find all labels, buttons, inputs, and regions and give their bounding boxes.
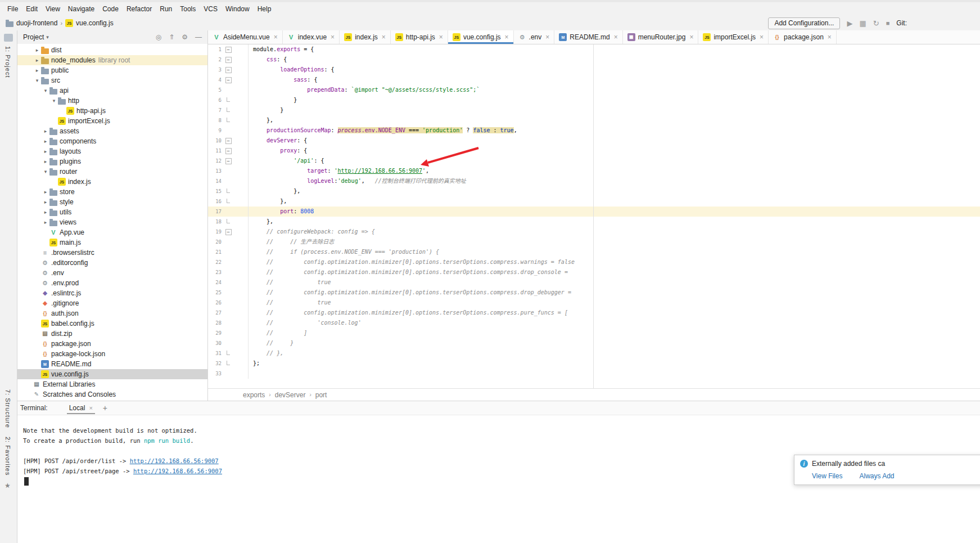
line-number[interactable]: 30 <box>209 338 222 348</box>
line-number[interactable]: 1 <box>209 44 222 55</box>
line-number[interactable]: 9 <box>209 125 222 136</box>
tree-item[interactable]: {}package.json <box>17 339 207 349</box>
tree-item[interactable]: JSindex.js <box>17 177 207 187</box>
chevron-expanded-icon[interactable]: ▾ <box>50 98 58 104</box>
hide-panel-icon[interactable]: — <box>195 33 202 41</box>
line-number[interactable]: 20 <box>209 237 222 247</box>
tool-button-favorites[interactable]: 2: Favorites <box>4 437 11 475</box>
close-icon[interactable]: × <box>331 33 335 41</box>
tree-item[interactable]: ⚙.editorconfig <box>17 258 207 268</box>
chevron-collapsed-icon[interactable]: ▸ <box>42 128 49 134</box>
tree-item[interactable]: ▸views <box>17 217 207 227</box>
close-icon[interactable]: × <box>439 33 443 41</box>
line-number[interactable]: 16 <box>209 196 222 207</box>
close-icon[interactable]: × <box>274 33 278 41</box>
chevron-collapsed-icon[interactable]: ▸ <box>33 47 41 53</box>
code-line[interactable]: 8 }, <box>208 115 980 125</box>
fold-collapse-icon[interactable] <box>222 55 235 65</box>
fold-end-icon[interactable] <box>222 196 235 207</box>
line-number[interactable]: 4 <box>209 75 222 85</box>
fold-end-icon[interactable] <box>222 105 235 115</box>
code-line[interactable]: 22 // config.optimization.minimizer[0].o… <box>208 257 980 267</box>
fold-collapse-icon[interactable] <box>222 136 235 146</box>
close-icon[interactable]: × <box>89 405 92 411</box>
line-number[interactable]: 19 <box>209 227 222 237</box>
chevron-collapsed-icon[interactable]: ▸ <box>33 57 41 63</box>
line-number[interactable]: 25 <box>209 288 222 298</box>
fold-end-icon[interactable] <box>222 358 235 369</box>
editor-tab[interactable]: JSimportExcel.js× <box>698 30 769 44</box>
tree-item[interactable]: ▸layouts <box>17 146 207 156</box>
tree-item[interactable]: JSvue.config.js <box>17 369 207 379</box>
code-line[interactable]: 10 devServer: { <box>208 136 980 146</box>
line-number[interactable]: 24 <box>209 277 222 288</box>
terminal-tab-local[interactable]: Local × <box>67 402 95 414</box>
code-line[interactable]: 9 productionSourceMap: process.env.NODE_… <box>208 125 980 136</box>
chevron-collapsed-icon[interactable]: ▸ <box>33 68 41 73</box>
tree-item[interactable]: ▤External Libraries <box>17 379 207 389</box>
new-terminal-icon[interactable]: + <box>103 403 107 412</box>
editor-tab[interactable]: JSvue.config.js× <box>448 30 514 44</box>
debug-icon[interactable]: ▦ <box>859 20 866 27</box>
code-line[interactable]: 29 // ] <box>208 328 980 338</box>
tree-item[interactable]: ▸style <box>17 197 207 207</box>
close-icon[interactable]: × <box>614 33 618 41</box>
line-number[interactable]: 17 <box>209 207 222 217</box>
menu-vcs[interactable]: VCS <box>200 3 222 15</box>
breadcrumb-item[interactable]: port <box>315 391 327 399</box>
tool-button-structure[interactable]: 7: Structure <box>4 389 11 428</box>
tree-item[interactable]: JSimportExcel.js <box>17 116 207 126</box>
project-stripe-icon[interactable] <box>4 34 13 42</box>
code-line[interactable]: 19 // configureWebpack: config => { <box>208 227 980 237</box>
line-number[interactable]: 29 <box>209 328 222 338</box>
tree-item[interactable]: ▤dist.zip <box>17 329 207 339</box>
close-icon[interactable]: × <box>505 33 509 41</box>
collapse-all-icon[interactable]: ⇑ <box>169 33 174 41</box>
line-number[interactable]: 8 <box>209 115 222 125</box>
menu-edit[interactable]: Edit <box>22 3 42 15</box>
line-number[interactable]: 15 <box>209 186 222 196</box>
tree-item[interactable]: ▾src <box>17 75 207 86</box>
tree-item[interactable]: JShttp-api.js <box>17 106 207 116</box>
chevron-collapsed-icon[interactable]: ▸ <box>42 199 49 205</box>
add-configuration-button[interactable]: Add Configuration... <box>768 17 840 29</box>
tree-item[interactable]: ▾api <box>17 86 207 96</box>
line-number[interactable]: 23 <box>209 267 222 277</box>
rerun-icon[interactable]: ↻ <box>873 20 879 27</box>
menu-window[interactable]: Window <box>222 3 254 15</box>
fold-end-icon[interactable] <box>222 186 235 196</box>
notification-action-link[interactable]: View Files <box>812 472 842 480</box>
tree-item[interactable]: {}package-lock.json <box>17 349 207 359</box>
editor-tab[interactable]: {}package.json× <box>769 30 837 44</box>
code-line[interactable]: 3 loaderOptions: { <box>208 65 980 75</box>
tree-item[interactable]: ≡.browserslistrc <box>17 248 207 258</box>
line-number[interactable]: 10 <box>209 136 222 146</box>
close-icon[interactable]: × <box>382 33 386 41</box>
code-line[interactable]: 30 // } <box>208 338 980 348</box>
tree-item[interactable]: ▸dist <box>17 45 207 55</box>
menu-run[interactable]: Run <box>156 3 176 15</box>
code-line[interactable]: 25 // config.optimization.minimizer[0].o… <box>208 288 980 298</box>
editor-tab[interactable]: VAsideMenu.vue× <box>208 30 283 44</box>
chevron-expanded-icon[interactable]: ▾ <box>33 78 41 83</box>
breadcrumb-item[interactable]: exports <box>243 391 265 399</box>
tree-item[interactable]: ▸store <box>17 187 207 197</box>
tree-item[interactable]: ▸assets <box>17 126 207 136</box>
tree-item[interactable]: ▸node_moduleslibrary root <box>17 55 207 65</box>
code-line[interactable]: 26 // true <box>208 298 980 308</box>
chevron-expanded-icon[interactable]: ▾ <box>42 88 49 93</box>
editor-tab[interactable]: MREADME.md× <box>554 30 622 44</box>
breadcrumb-project[interactable]: duoji-frontend <box>16 19 57 27</box>
tree-item[interactable]: JSmain.js <box>17 237 207 248</box>
chevron-collapsed-icon[interactable]: ▸ <box>42 209 49 215</box>
close-icon[interactable]: × <box>760 33 764 41</box>
menu-file[interactable]: File <box>3 3 22 15</box>
code-line[interactable]: 4 sass: { <box>208 75 980 85</box>
run-icon[interactable]: ▶ <box>847 20 852 27</box>
code-line[interactable]: 7 } <box>208 105 980 115</box>
code-line[interactable]: 18 }, <box>208 217 980 227</box>
tree-item[interactable]: ▸public <box>17 65 207 75</box>
tree-item[interactable]: ◆.eslintrc.js <box>17 288 207 298</box>
terminal-link[interactable]: http://192.168.66.56:9007 <box>130 457 219 464</box>
line-number[interactable]: 13 <box>209 166 222 176</box>
